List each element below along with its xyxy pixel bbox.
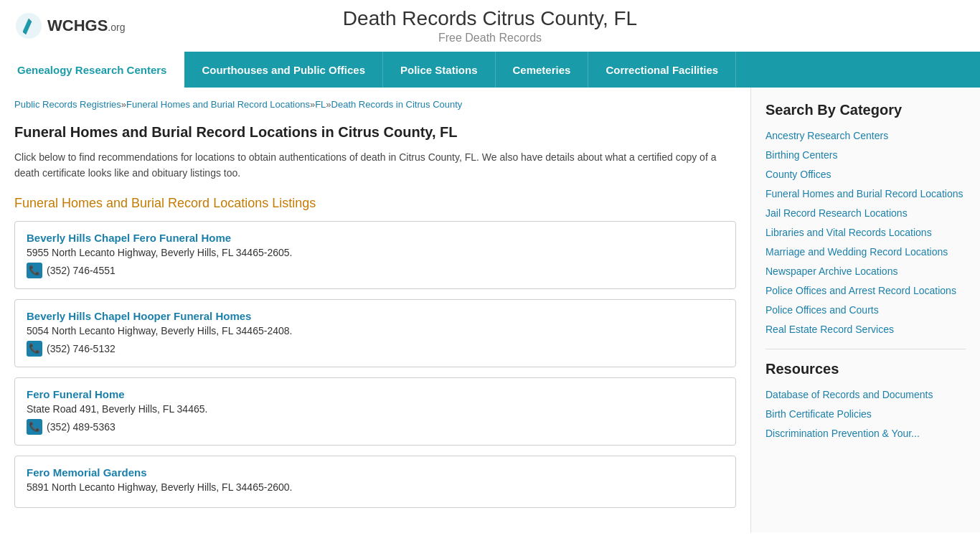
logo-text: WCHGS.org <box>47 17 125 35</box>
listing-phone: 📞 (352) 489-5363 <box>27 419 724 435</box>
page-header: WCHGS.org Death Records Citrus County, F… <box>0 0 980 52</box>
listing-address: 5054 North Lecanto Highway, Beverly Hill… <box>27 325 724 336</box>
nav-item-police[interactable]: Police Stations <box>383 52 496 88</box>
sidebar-link-ancestry[interactable]: Ancestry Research Centers <box>765 128 966 143</box>
nav-item-correctional[interactable]: Correctional Facilities <box>588 52 736 88</box>
sidebar-link-police-courts[interactable]: Police Offices and Courts <box>765 303 966 318</box>
sidebar-link-libraries[interactable]: Libraries and Vital Records Locations <box>765 225 966 240</box>
sidebar-link-birth-cert[interactable]: Birth Certificate Policies <box>765 407 966 422</box>
nav-item-courthouses[interactable]: Courthouses and Public Offices <box>184 52 383 88</box>
sidebar-link-real-estate[interactable]: Real Estate Record Services <box>765 322 966 337</box>
breadcrumb-public-records[interactable]: Public Records Registries <box>14 99 121 110</box>
main-content: Public Records Registries»Funeral Homes … <box>0 88 750 532</box>
listing-address: State Road 491, Beverly Hills, FL 34465. <box>27 403 724 415</box>
page-description: Click below to find recommendations for … <box>14 149 736 182</box>
sidebar-link-discrimination[interactable]: Discrimination Prevention & Your... <box>765 426 966 441</box>
site-subtitle: Free Death Records <box>438 32 542 44</box>
site-title: Death Records Citrus County, FL <box>343 7 637 30</box>
listing-card: Beverly Hills Chapel Fero Funeral Home 5… <box>14 221 736 289</box>
phone-icon: 📞 <box>27 341 42 357</box>
listing-address: 5891 North Lecanto Highway, Beverly Hill… <box>27 481 724 493</box>
sidebar-link-marriage[interactable]: Marriage and Wedding Record Locations <box>765 245 966 260</box>
phone-number: (352) 746-5132 <box>47 343 116 354</box>
listings-container: Beverly Hills Chapel Fero Funeral Home 5… <box>14 221 736 508</box>
listing-address: 5955 North Lecanto Highway, Beverly Hill… <box>27 247 724 258</box>
logo-icon <box>14 11 43 40</box>
listing-card: Beverly Hills Chapel Hooper Funeral Home… <box>14 299 736 367</box>
listing-name[interactable]: Fero Funeral Home <box>27 388 724 400</box>
listing-card: Fero Funeral Home State Road 491, Beverl… <box>14 377 736 446</box>
breadcrumb: Public Records Registries»Funeral Homes … <box>14 99 736 110</box>
listing-phone: 📞 (352) 746-4551 <box>27 263 724 278</box>
phone-number: (352) 746-4551 <box>47 265 116 276</box>
listings-heading: Funeral Homes and Burial Record Location… <box>14 196 736 211</box>
sidebar-category-title: Search By Category <box>765 102 966 118</box>
breadcrumb-funeral-homes[interactable]: Funeral Homes and Burial Record Location… <box>126 99 310 110</box>
breadcrumb-fl[interactable]: FL <box>315 99 326 110</box>
sidebar-link-jail[interactable]: Jail Record Research Locations <box>765 206 966 221</box>
content-wrapper: Public Records Registries»Funeral Homes … <box>0 88 980 532</box>
sidebar-link-funeral[interactable]: Funeral Homes and Burial Record Location… <box>765 187 966 202</box>
phone-icon: 📞 <box>27 419 42 435</box>
main-nav: Genealogy Research Centers Courthouses a… <box>0 52 980 88</box>
sidebar-link-county[interactable]: County Offices <box>765 167 966 182</box>
sidebar-divider <box>765 349 966 349</box>
nav-item-genealogy[interactable]: Genealogy Research Centers <box>0 52 184 88</box>
phone-icon: 📞 <box>27 263 42 278</box>
listing-card: Fero Memorial Gardens 5891 North Lecanto… <box>14 456 736 508</box>
page-heading: Funeral Homes and Burial Record Location… <box>14 124 736 141</box>
sidebar-link-newspaper[interactable]: Newspaper Archive Locations <box>765 264 966 279</box>
listing-name[interactable]: Beverly Hills Chapel Fero Funeral Home <box>27 232 724 244</box>
sidebar: Search By Category Ancestry Research Cen… <box>750 88 980 532</box>
breadcrumb-death-records[interactable]: Death Records in Citrus County <box>331 99 463 110</box>
sidebar-resources-title: Resources <box>765 361 966 377</box>
sidebar-link-police-arrest[interactable]: Police Offices and Arrest Record Locatio… <box>765 283 966 298</box>
nav-item-cemeteries[interactable]: Cemeteries <box>496 52 589 88</box>
sidebar-link-birthing[interactable]: Birthing Centers <box>765 148 966 163</box>
listing-name[interactable]: Fero Memorial Gardens <box>27 466 724 479</box>
listing-name[interactable]: Beverly Hills Chapel Hooper Funeral Home… <box>27 310 724 322</box>
listing-phone: 📞 (352) 746-5132 <box>27 341 724 357</box>
logo-area[interactable]: WCHGS.org <box>14 11 125 40</box>
phone-number: (352) 489-5363 <box>47 421 116 433</box>
sidebar-link-database[interactable]: Database of Records and Documents <box>765 387 966 402</box>
